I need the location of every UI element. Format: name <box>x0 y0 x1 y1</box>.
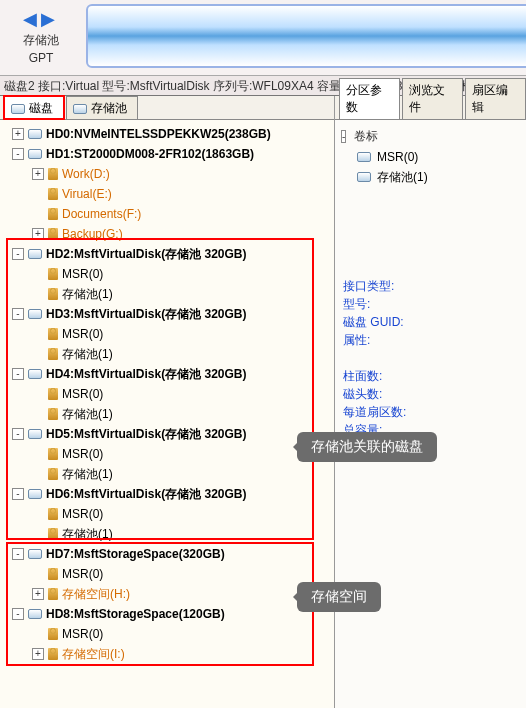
partition-label: 存储池(1) <box>377 169 428 186</box>
disk-icon <box>357 172 371 182</box>
disk-icon <box>28 309 42 319</box>
disk-icon <box>28 549 42 559</box>
tree-row[interactable]: 存储池(1) <box>2 464 332 484</box>
tree-row[interactable]: +存储空间(H:) <box>2 584 332 604</box>
tree-toggle-icon[interactable]: - <box>12 428 24 440</box>
tree-row[interactable]: +HD0:NVMeINTELSSDPEKKW25(238GB) <box>2 124 332 144</box>
tree-row[interactable]: -HD6:MsftVirtualDisk(存储池 320GB) <box>2 484 332 504</box>
disk-property-row: 磁盘 GUID: <box>343 313 522 331</box>
disk-icon <box>28 129 42 139</box>
partition-params-pane: - 卷标 MSR(0)存储池(1) 接口类型:型号:磁盘 GUID:属性: 柱面… <box>335 120 526 463</box>
disk-tree: +HD0:NVMeINTELSSDPEKKW25(238GB)-HD1:ST20… <box>0 120 334 708</box>
tree-label: MSR(0) <box>62 327 103 341</box>
tree-label: HD6:MsftVirtualDisk(存储池 320GB) <box>46 486 246 503</box>
left-tabbar: 磁盘存储池 <box>0 96 334 120</box>
header-bar: ◀▶ 存储池 GPT <box>0 0 526 76</box>
lock-icon <box>48 568 58 580</box>
tree-row[interactable]: 存储池(1) <box>2 284 332 304</box>
tree-toggle-icon[interactable]: - <box>12 368 24 380</box>
tree-label: HD1:ST2000DM008-2FR102(1863GB) <box>46 147 254 161</box>
pool-label: 存储池 <box>6 32 76 49</box>
disk-property-row: 总扇区数: <box>343 439 522 457</box>
tree-row[interactable]: -HD3:MsftVirtualDisk(存储池 320GB) <box>2 304 332 324</box>
disk-property-row: 磁头数: <box>343 385 522 403</box>
tree-label: Virual(E:) <box>62 187 112 201</box>
left-tab-磁盘[interactable]: 磁盘 <box>4 96 64 119</box>
disk-property-row: 总容量: <box>343 421 522 439</box>
tree-toggle-icon[interactable]: + <box>32 588 44 600</box>
disk-property-row: 柱面数: <box>343 367 522 385</box>
disk-property-row: 属性: <box>343 331 522 349</box>
tree-toggle-icon[interactable]: + <box>32 648 44 660</box>
tree-row[interactable]: Virual(E:) <box>2 184 332 204</box>
right-tab-扇区编辑[interactable]: 扇区编辑 <box>465 78 526 119</box>
tree-label: MSR(0) <box>62 387 103 401</box>
pool-badge: ◀▶ 存储池 GPT <box>6 4 76 72</box>
tree-row[interactable]: -HD2:MsftVirtualDisk(存储池 320GB) <box>2 244 332 264</box>
tree-label: 存储池(1) <box>62 286 113 303</box>
tree-row[interactable]: MSR(0) <box>2 444 332 464</box>
tree-row[interactable]: +Backup(G:) <box>2 224 332 244</box>
disk-icon <box>28 369 42 379</box>
left-tab-存储池[interactable]: 存储池 <box>66 96 138 119</box>
capacity-bar[interactable] <box>86 4 526 68</box>
tree-label: MSR(0) <box>62 267 103 281</box>
tree-toggle-icon[interactable]: - <box>12 608 24 620</box>
tree-toggle-icon[interactable]: + <box>32 168 44 180</box>
disk-property-row: 接口类型: <box>343 277 522 295</box>
left-pane: 磁盘存储池 +HD0:NVMeINTELSSDPEKKW25(238GB)-HD… <box>0 96 334 708</box>
tree-label: Backup(G:) <box>62 227 123 241</box>
lock-icon <box>48 508 58 520</box>
tree-row[interactable]: MSR(0) <box>2 384 332 404</box>
tree-row[interactable]: MSR(0) <box>2 564 332 584</box>
tree-row[interactable]: -HD1:ST2000DM008-2FR102(1863GB) <box>2 144 332 164</box>
disk-icon <box>28 489 42 499</box>
tree-label: 存储空间(I:) <box>62 646 125 663</box>
lock-icon <box>48 228 58 240</box>
tree-row[interactable]: -HD4:MsftVirtualDisk(存储池 320GB) <box>2 364 332 384</box>
disk-icon <box>11 104 25 114</box>
tree-row[interactable]: 存储池(1) <box>2 344 332 364</box>
tree-toggle-icon[interactable]: - <box>12 148 24 160</box>
tree-row[interactable]: -HD7:MsftStorageSpace(320GB) <box>2 544 332 564</box>
nav-arrows-icon[interactable]: ◀▶ <box>6 8 76 30</box>
partition-item[interactable]: 存储池(1) <box>339 167 522 187</box>
tree-row[interactable]: +Work(D:) <box>2 164 332 184</box>
disk-icon <box>28 149 42 159</box>
partition-item[interactable]: MSR(0) <box>339 147 522 167</box>
tree-row[interactable]: MSR(0) <box>2 624 332 644</box>
tree-row[interactable]: MSR(0) <box>2 324 332 344</box>
tree-row[interactable]: Documents(F:) <box>2 204 332 224</box>
tree-label: MSR(0) <box>62 567 103 581</box>
tree-label: MSR(0) <box>62 507 103 521</box>
tree-label: 存储池(1) <box>62 406 113 423</box>
tree-label: HD2:MsftVirtualDisk(存储池 320GB) <box>46 246 246 263</box>
tree-row[interactable]: MSR(0) <box>2 504 332 524</box>
tree-row[interactable]: -HD5:MsftVirtualDisk(存储池 320GB) <box>2 424 332 444</box>
tree-row[interactable]: +存储空间(I:) <box>2 644 332 664</box>
disk-property-row: 型号: <box>343 295 522 313</box>
tree-row[interactable]: MSR(0) <box>2 264 332 284</box>
tree-toggle-icon[interactable]: + <box>32 228 44 240</box>
partition-label: MSR(0) <box>377 150 418 164</box>
tree-label: 存储池(1) <box>62 346 113 363</box>
right-tab-分区参数[interactable]: 分区参数 <box>339 78 400 119</box>
tree-toggle-icon[interactable]: - <box>12 548 24 560</box>
tree-row[interactable]: 存储池(1) <box>2 404 332 424</box>
lock-icon <box>48 168 58 180</box>
lock-icon <box>48 408 58 420</box>
tree-toggle-icon[interactable]: - <box>12 248 24 260</box>
right-tab-浏览文件[interactable]: 浏览文件 <box>402 78 463 119</box>
collapse-icon[interactable]: - <box>341 130 346 143</box>
tree-toggle-icon[interactable]: - <box>12 308 24 320</box>
tree-label: 存储空间(H:) <box>62 586 130 603</box>
tree-label: 存储池(1) <box>62 466 113 483</box>
tree-toggle-icon[interactable]: + <box>12 128 24 140</box>
tree-row[interactable]: -HD8:MsftStorageSpace(120GB) <box>2 604 332 624</box>
tree-row[interactable]: 存储池(1) <box>2 524 332 544</box>
disk-property-row: 每道扇区数: <box>343 403 522 421</box>
lock-icon <box>48 448 58 460</box>
tree-label: HD4:MsftVirtualDisk(存储池 320GB) <box>46 366 246 383</box>
disk-property-row <box>343 349 522 367</box>
tree-toggle-icon[interactable]: - <box>12 488 24 500</box>
